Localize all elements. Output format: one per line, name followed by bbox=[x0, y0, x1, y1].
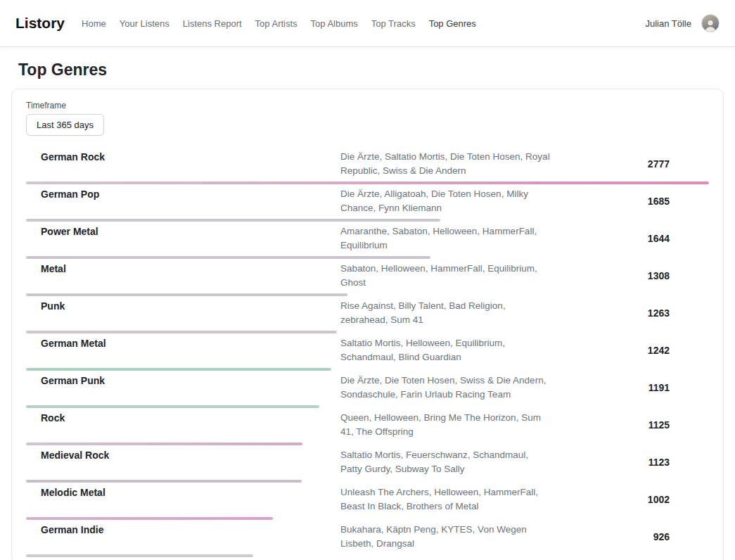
genre-row: German Metal Saltatio Mortis, Helloween,… bbox=[26, 333, 709, 371]
brand-logo[interactable]: Listory bbox=[15, 15, 65, 32]
top-genres-card: Timeframe Last 365 days German Rock Die … bbox=[11, 89, 724, 560]
genre-name: German Indie bbox=[26, 523, 340, 535]
timeframe-label: Timeframe bbox=[26, 101, 709, 110]
genre-name: German Metal bbox=[26, 336, 340, 349]
genre-count: 1191 bbox=[551, 382, 709, 393]
genre-row: Medieval Rock Saltatio Mortis, Feuerschw… bbox=[26, 445, 709, 483]
genre-name: Punk bbox=[26, 299, 340, 312]
genre-artists: Bukahara, Käptn Peng, KYTES, Von Wegen L… bbox=[340, 523, 551, 551]
genre-name: Power Metal bbox=[26, 224, 340, 237]
genre-row: Punk Rise Against, Billy Talent, Bad Rel… bbox=[26, 296, 709, 333]
genre-row: Metal Sabaton, Helloween, HammerFall, Eq… bbox=[26, 259, 709, 296]
genre-artists: Rise Against, Billy Talent, Bad Religion… bbox=[340, 299, 551, 327]
nav-link-your-listens[interactable]: Your Listens bbox=[120, 18, 170, 29]
person-icon bbox=[703, 18, 717, 32]
genre-table: German Rock Die Ärzte, Saltatio Mortis, … bbox=[26, 147, 709, 557]
nav-links: Home Your Listens Listens Report Top Art… bbox=[82, 18, 645, 29]
navbar: Listory Home Your Listens Listens Report… bbox=[0, 0, 735, 46]
nav-link-top-artists[interactable]: Top Artists bbox=[255, 18, 298, 29]
genre-bar-fill bbox=[26, 554, 253, 557]
genre-artists: Die Ärzte, Die Toten Hosen, Swiss & Die … bbox=[340, 374, 551, 402]
genre-row: Melodic Metal Unleash The Archers, Hello… bbox=[26, 483, 709, 520]
genre-name: Melodic Metal bbox=[26, 485, 340, 498]
nav-link-home[interactable]: Home bbox=[82, 18, 106, 29]
genre-count: 926 bbox=[551, 531, 709, 542]
genre-count: 1308 bbox=[551, 270, 709, 281]
user-name[interactable]: Julian Tölle bbox=[645, 18, 691, 29]
timeframe-select[interactable]: Last 365 days bbox=[26, 114, 104, 136]
genre-count: 1685 bbox=[551, 196, 709, 207]
genre-count: 2777 bbox=[551, 158, 709, 170]
nav-link-top-genres[interactable]: Top Genres bbox=[429, 18, 476, 29]
genre-artists: Saltatio Mortis, Helloween, Equilibrium,… bbox=[340, 336, 551, 364]
genre-artists: Unleash The Archers, Helloween, HammerFa… bbox=[340, 485, 551, 514]
nav-link-top-albums[interactable]: Top Albums bbox=[311, 18, 358, 29]
genre-name: German Punk bbox=[26, 374, 340, 386]
genre-count: 1002 bbox=[551, 494, 709, 505]
genre-row: German Punk Die Ärzte, Die Toten Hosen, … bbox=[26, 371, 709, 408]
genre-row: German Indie Bukahara, Käptn Peng, KYTES… bbox=[26, 520, 709, 557]
genre-row: Power Metal Amaranthe, Sabaton, Hellowee… bbox=[26, 222, 709, 259]
genre-bar bbox=[26, 554, 709, 557]
genre-artists: Saltatio Mortis, Feuerschwanz, Schandmau… bbox=[340, 448, 551, 476]
genre-count: 1644 bbox=[551, 233, 709, 244]
genre-count: 1125 bbox=[551, 419, 709, 431]
genre-artists: Sabaton, Helloween, HammerFall, Equilibr… bbox=[340, 262, 551, 290]
page-title: Top Genres bbox=[0, 61, 735, 79]
nav-link-listens-report[interactable]: Listens Report bbox=[183, 18, 242, 29]
genre-artists: Die Ärzte, Alligatoah, Die Toten Hosen, … bbox=[340, 187, 551, 215]
genre-count: 1123 bbox=[551, 457, 709, 468]
genre-name: German Pop bbox=[26, 187, 340, 200]
genre-count: 1263 bbox=[551, 307, 709, 319]
genre-name: Metal bbox=[26, 262, 340, 274]
genre-name: German Rock bbox=[26, 150, 340, 163]
user-avatar[interactable] bbox=[701, 14, 720, 32]
genre-row: German Pop Die Ärzte, Alligatoah, Die To… bbox=[26, 184, 709, 222]
navbar-user: Julian Tölle bbox=[645, 14, 720, 32]
genre-row: German Rock Die Ärzte, Saltatio Mortis, … bbox=[26, 147, 709, 184]
genre-name: Rock bbox=[26, 411, 340, 424]
genre-row: Rock Queen, Helloween, Bring Me The Hori… bbox=[26, 408, 709, 445]
genre-artists: Die Ärzte, Saltatio Mortis, Die Toten Ho… bbox=[340, 150, 551, 178]
genre-artists: Amaranthe, Sabaton, Helloween, HammerFal… bbox=[340, 224, 551, 253]
genre-artists: Queen, Helloween, Bring Me The Horizon, … bbox=[340, 411, 551, 439]
genre-count: 1242 bbox=[551, 345, 709, 356]
genre-name: Medieval Rock bbox=[26, 448, 340, 461]
nav-link-top-tracks[interactable]: Top Tracks bbox=[371, 18, 416, 29]
